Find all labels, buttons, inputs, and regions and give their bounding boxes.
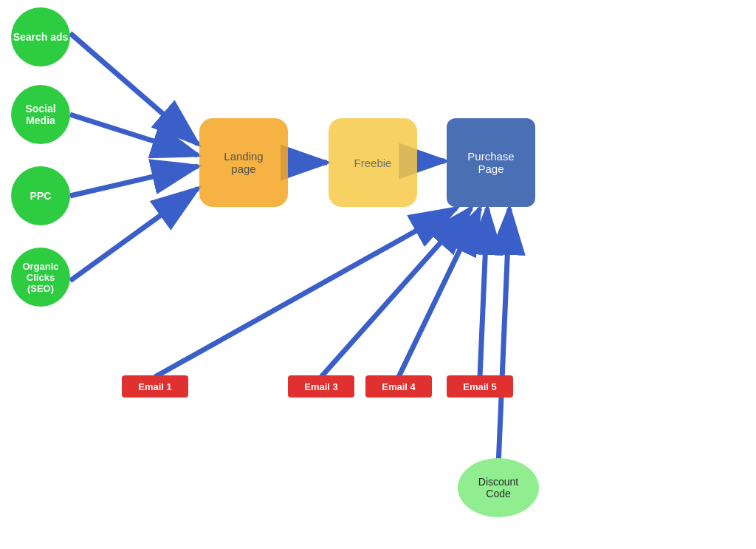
diagram: Search ads SocialMedia PPC OrganicClicks… bbox=[0, 0, 756, 549]
circle-organic: OrganicClicks(SEO) bbox=[11, 248, 70, 307]
svg-line-8 bbox=[480, 208, 487, 377]
email3-box: Email 3 bbox=[288, 375, 354, 398]
svg-line-5 bbox=[155, 208, 456, 377]
circle-social-media: SocialMedia bbox=[11, 85, 70, 144]
landing-page-box: Landingpage bbox=[199, 118, 288, 207]
circle-ppc: PPC bbox=[11, 166, 70, 225]
svg-line-3 bbox=[70, 166, 198, 196]
svg-line-4 bbox=[70, 188, 198, 281]
svg-line-6 bbox=[321, 208, 471, 377]
svg-line-2 bbox=[70, 115, 198, 155]
purchase-page-box: PurchasePage bbox=[447, 118, 535, 207]
discount-code-ellipse: DiscountCode bbox=[458, 458, 539, 517]
email5-box: Email 5 bbox=[447, 375, 513, 398]
email1-box: Email 1 bbox=[122, 375, 188, 398]
svg-line-1 bbox=[70, 33, 198, 144]
svg-line-10 bbox=[498, 208, 509, 466]
svg-line-7 bbox=[399, 208, 480, 377]
circle-search-ads: Search ads bbox=[11, 7, 70, 67]
email4-box: Email 4 bbox=[365, 375, 432, 398]
freebie-box: Freebie bbox=[329, 118, 417, 207]
arrows-svg bbox=[0, 0, 756, 549]
